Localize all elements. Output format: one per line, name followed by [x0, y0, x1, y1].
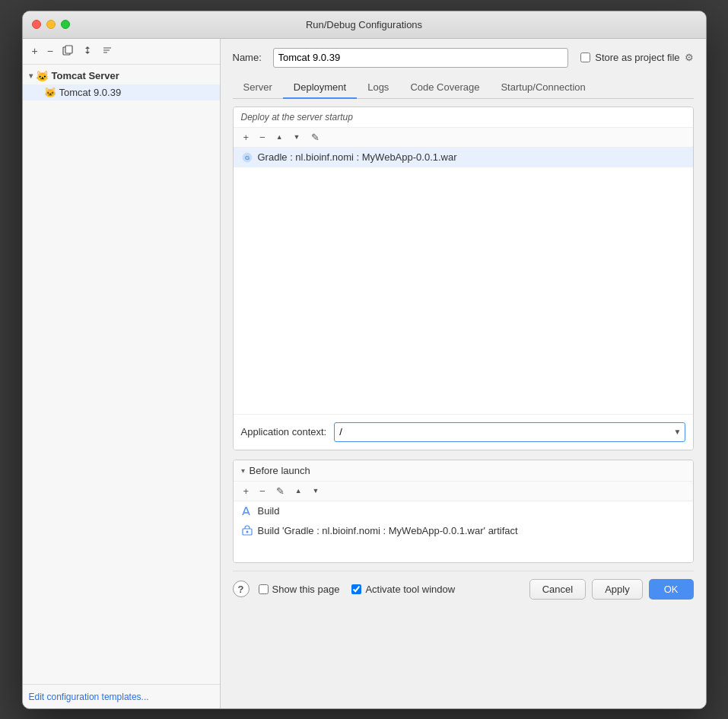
bl-artifact-label: Build 'Gradle : nl.bioinf.nomi : MyWebAp… [258, 525, 518, 536]
gear-icon[interactable]: ⚙ [685, 52, 694, 63]
tabs: Server Deployment Logs Code Coverage Sta… [233, 77, 694, 99]
before-launch-title: Before launch [250, 465, 310, 476]
deploy-section-title: Deploy at the server startup [241, 112, 353, 122]
tab-content: Deploy at the server startup + − ▲ ▼ ✎ [233, 99, 694, 699]
sidebar: + − [23, 39, 221, 708]
bl-move-up-button[interactable]: ▲ [291, 486, 306, 496]
deploy-section: Deploy at the server startup + − ▲ ▼ ✎ [233, 107, 694, 450]
sidebar-item-tomcat[interactable]: 🐱 Tomcat 9.0.39 [23, 84, 220, 100]
close-button[interactable] [32, 20, 41, 29]
bl-remove-button[interactable]: − [256, 485, 269, 498]
sidebar-remove-button[interactable]: − [44, 43, 56, 59]
titlebar: Run/Debug Configurations [23, 11, 706, 39]
ok-button[interactable]: OK [649, 579, 694, 600]
store-checkbox-row: Store as project file ⚙ [580, 52, 693, 63]
sidebar-tree: ▾ 🐱 Tomcat Server 🐱 Tomcat 9.0.39 [23, 65, 220, 684]
sidebar-footer: Edit configuration templates... [23, 684, 220, 708]
artifact-move-up-button[interactable]: ▲ [272, 132, 287, 142]
bl-item-artifact[interactable]: Build 'Gradle : nl.bioinf.nomi : MyWebAp… [234, 521, 693, 541]
bl-build-label: Build [258, 505, 280, 517]
artifact-build-icon [241, 525, 253, 537]
artifact-list: G Gradle : nl.bioinf.nomi : MyWebApp-0.0… [234, 148, 693, 414]
deploy-section-header: Deploy at the server startup [234, 107, 693, 128]
collapse-icon[interactable]: ▾ [241, 466, 245, 475]
store-label: Store as project file [595, 52, 679, 63]
bl-add-button[interactable]: + [240, 485, 253, 498]
tab-logs[interactable]: Logs [357, 77, 399, 99]
artifact-edit-button[interactable]: ✎ [307, 131, 323, 144]
activate-tool-label: Activate tool window [365, 584, 455, 595]
window-title: Run/Debug Configurations [306, 19, 422, 30]
tab-deployment[interactable]: Deployment [283, 77, 357, 99]
build-icon [241, 505, 253, 517]
artifact-add-button[interactable]: + [240, 131, 253, 144]
main-content: + − [23, 39, 706, 708]
action-buttons: Cancel Apply OK [529, 579, 694, 600]
before-launch-header: ▾ Before launch [234, 460, 693, 482]
before-launch-toolbar: + − ✎ ▲ ▼ [234, 482, 693, 501]
show-page-row: Show this page [259, 584, 340, 595]
before-launch-section: ▾ Before launch + − ✎ ▲ ▼ [233, 460, 694, 563]
svg-point-10 [246, 530, 248, 533]
name-label: Name: [233, 52, 267, 63]
cancel-button[interactable]: Cancel [529, 579, 586, 600]
tomcat-server-icon: 🐱 [36, 70, 49, 82]
name-input[interactable] [273, 48, 569, 68]
bl-move-down-button[interactable]: ▼ [309, 486, 323, 496]
artifact-move-down-button[interactable]: ▼ [290, 132, 304, 142]
tab-server[interactable]: Server [233, 77, 283, 99]
name-row: Name: Store as project file ⚙ [233, 48, 694, 68]
sidebar-move-button[interactable] [79, 43, 96, 59]
sidebar-toolbar: + − [23, 39, 220, 65]
tomcat-item-icon: 🐱 [44, 87, 56, 98]
sidebar-group-tomcat[interactable]: ▾ 🐱 Tomcat Server [23, 68, 220, 84]
artifact-toolbar: + − ▲ ▼ ✎ [234, 128, 693, 148]
dropdown-arrow-icon[interactable]: ▼ [671, 428, 685, 436]
minimize-button[interactable] [46, 20, 56, 29]
maximize-button[interactable] [61, 20, 70, 29]
edit-templates-link[interactable]: Edit configuration templates... [29, 692, 149, 702]
show-page-checkbox[interactable] [259, 584, 269, 594]
bottom-checkboxes: Show this page Activate tool window [259, 584, 456, 595]
run-debug-dialog: Run/Debug Configurations + − [22, 11, 707, 709]
show-page-label: Show this page [272, 584, 340, 595]
app-context-row: Application context: ▼ [234, 414, 693, 450]
activate-tool-row: Activate tool window [351, 584, 455, 595]
before-launch-items: Build Build 'Gradle : nl.bioinf.nomi : [234, 501, 693, 562]
artifact-label: Gradle : nl.bioinf.nomi : MyWebApp-0.0.1… [258, 151, 457, 163]
app-context-input[interactable] [335, 423, 670, 441]
activate-tool-checkbox[interactable] [351, 584, 361, 594]
gradle-icon: G [241, 151, 253, 164]
store-checkbox[interactable] [580, 52, 590, 62]
bl-edit-button[interactable]: ✎ [272, 485, 288, 498]
svg-rect-1 [65, 46, 72, 53]
help-button[interactable]: ? [233, 581, 250, 597]
sidebar-group-label: Tomcat Server [52, 70, 119, 81]
bottom-bar: ? Show this page Activate tool window Ca… [233, 571, 694, 603]
sidebar-copy-button[interactable] [59, 43, 76, 59]
sidebar-item-label: Tomcat 9.0.39 [59, 87, 122, 98]
sidebar-add-button[interactable]: + [29, 43, 41, 59]
artifact-remove-button[interactable]: − [256, 131, 269, 144]
tab-code-coverage[interactable]: Code Coverage [399, 77, 490, 99]
app-context-label: Application context: [241, 426, 327, 437]
chevron-down-icon: ▾ [29, 72, 33, 80]
tab-startup-connection[interactable]: Startup/Connection [490, 77, 596, 99]
apply-button[interactable]: Apply [592, 579, 643, 600]
main-panel: Name: Store as project file ⚙ Server Dep… [221, 39, 706, 708]
traffic-lights [32, 20, 70, 29]
sidebar-sort-button[interactable] [99, 43, 116, 59]
artifact-item[interactable]: G Gradle : nl.bioinf.nomi : MyWebApp-0.0… [234, 148, 693, 167]
app-context-input-wrap: ▼ [334, 422, 685, 442]
bl-item-build[interactable]: Build [234, 501, 693, 521]
svg-text:G: G [244, 154, 249, 161]
